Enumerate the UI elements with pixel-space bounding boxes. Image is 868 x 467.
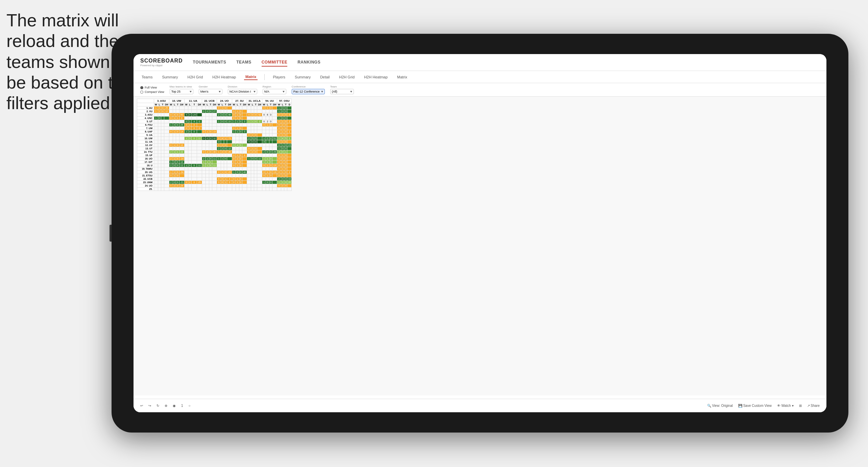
team-select[interactable]: (All) xyxy=(330,89,354,94)
row-team-label: 1. AU xyxy=(137,106,154,110)
matrix-cell xyxy=(164,188,169,191)
matrix-cell xyxy=(221,130,224,133)
sub-nav-players-h2h-grid[interactable]: H2H Grid xyxy=(338,74,356,80)
matrix-cell xyxy=(202,174,206,177)
matrix-cell: 2 xyxy=(184,130,188,133)
sub-nav-players-h2h-heatmap[interactable]: H2H Heatmap xyxy=(363,74,389,80)
matrix-cell xyxy=(272,133,277,137)
matrix-cell: 0 xyxy=(242,154,247,157)
matrix-cell xyxy=(154,164,158,167)
grid-btn[interactable]: ⊞ xyxy=(799,404,802,408)
matrix-cell xyxy=(197,117,202,120)
matrix-cell xyxy=(173,106,176,110)
matrix-cell: 0 xyxy=(232,113,236,117)
matrix-cell: 0 xyxy=(209,130,212,133)
matrix-cell: 1 xyxy=(287,137,292,140)
sub-nav-h2h-heatmap[interactable]: H2H Heatmap xyxy=(211,74,237,80)
matrix-cell xyxy=(161,174,164,177)
sub-nav-summary[interactable]: Summary xyxy=(161,74,179,80)
matrix-cell: 0 xyxy=(284,177,287,181)
matrix-cell xyxy=(197,133,202,137)
max-teams-select[interactable]: Top 25 Top 50 All xyxy=(170,89,193,94)
matrix-cell: 25 xyxy=(164,106,169,110)
compact-view-radio[interactable]: Compact View xyxy=(140,90,164,94)
matrix-cell xyxy=(169,133,173,137)
matrix-cell: 3 xyxy=(232,144,236,147)
sub-nav-players-matrix[interactable]: Matrix xyxy=(396,74,409,80)
watch-btn[interactable]: 👁 Watch ▾ xyxy=(777,404,794,408)
sub-nav-matrix[interactable]: Matrix xyxy=(244,74,258,80)
matrix-cell xyxy=(269,188,272,191)
matrix-cell xyxy=(272,144,277,147)
add-btn[interactable]: ⊕ xyxy=(165,404,167,408)
matrix-cell: 0 xyxy=(221,177,224,181)
division-select[interactable]: NCAA Division I NCAA Division II xyxy=(228,89,257,94)
matrix-cell: 0 xyxy=(277,174,281,177)
matrix-cell: 1 xyxy=(266,171,269,174)
matrix-cell: 0 xyxy=(217,171,221,174)
table-row: 1. AU12025010010100 xyxy=(137,106,292,110)
matrix-cell xyxy=(232,184,236,188)
focus-btn[interactable]: ◉ xyxy=(173,404,176,408)
undo-btn[interactable]: ↩ xyxy=(140,404,143,408)
redo-btn[interactable]: ↪ xyxy=(148,404,151,408)
region-select[interactable]: N/A xyxy=(263,89,286,94)
sub-nav-players[interactable]: Players xyxy=(271,74,287,80)
sub-nav-h2h-grid[interactable]: H2H Grid xyxy=(186,74,204,80)
matrix-cell: 0 xyxy=(221,120,224,123)
matrix-cell: 1 xyxy=(281,174,284,177)
matrix-cell xyxy=(254,161,257,164)
table-row: 3. ASU040905012020048010000520600200 xyxy=(137,113,292,117)
tablet-side-button[interactable] xyxy=(110,225,112,242)
matrix-cell: 1 xyxy=(173,130,176,133)
matrix-area[interactable]: 3. ASU 10. UW 11. UA 22. UCB 24. UO 27. … xyxy=(134,97,826,395)
page-btn[interactable]: 1 xyxy=(181,404,183,408)
matrix-cell xyxy=(227,144,232,147)
row-team-label: 14. TTU xyxy=(137,150,154,154)
matrix-cell xyxy=(197,113,202,117)
full-view-radio[interactable]: Full View xyxy=(140,86,164,89)
matrix-cell xyxy=(247,117,251,120)
matrix-cell: 0 xyxy=(173,161,176,164)
matrix-cell xyxy=(242,157,247,161)
matrix-cell: 0 xyxy=(269,171,272,174)
refresh-btn[interactable]: ↻ xyxy=(156,404,159,408)
matrix-cell: 0 xyxy=(184,127,188,130)
sub-h-w8: W xyxy=(262,103,266,106)
matrix-cell xyxy=(191,157,197,161)
col-header-ua: 11. UA xyxy=(184,99,202,103)
matrix-cell xyxy=(164,127,169,130)
matrix-cell: 0 xyxy=(251,140,254,144)
gender-select[interactable]: Men's Women's xyxy=(199,89,222,94)
nav-item-rankings[interactable]: RANKINGS xyxy=(297,58,320,67)
nav-item-tournaments[interactable]: TOURNAMENTS xyxy=(193,58,226,67)
matrix-cell: 1 xyxy=(173,117,176,120)
matrix-cell xyxy=(188,154,191,157)
matrix-cell: 6 xyxy=(266,113,269,117)
matrix-cell xyxy=(287,127,292,130)
sub-nav-players-summary[interactable]: Summary xyxy=(293,74,312,80)
share-btn[interactable]: ↗ Share xyxy=(807,404,820,408)
matrix-cell xyxy=(257,174,262,177)
matrix-cell: 4 xyxy=(191,120,197,123)
matrix-cell xyxy=(173,177,176,181)
matrix-cell xyxy=(266,154,269,157)
matrix-cell xyxy=(173,120,176,123)
nav-item-teams[interactable]: TEAMS xyxy=(236,58,251,67)
conference-select[interactable]: Pac-12 Conference (All) xyxy=(292,89,325,94)
matrix-cell: 0 xyxy=(239,164,242,167)
save-custom-btn[interactable]: 💾 Save Custom View xyxy=(738,404,772,408)
sub-nav-teams[interactable]: Teams xyxy=(140,74,154,80)
sub-h-l5: L xyxy=(221,103,224,106)
row-team-label: 25. xyxy=(137,188,154,191)
matrix-cell xyxy=(269,154,272,157)
matrix-cell xyxy=(209,171,212,174)
circle-btn[interactable]: ○ xyxy=(189,404,191,408)
matrix-cell: 0 xyxy=(202,150,206,154)
matrix-cell: 1 xyxy=(281,171,284,174)
nav-item-committee[interactable]: COMMITTEE xyxy=(262,58,288,67)
matrix-cell: 0 xyxy=(277,144,281,147)
sub-nav-detail[interactable]: Detail xyxy=(319,74,331,80)
row-team-label: 23. UNM xyxy=(137,181,154,184)
view-original-btn[interactable]: 🔍 View: Original xyxy=(707,404,733,408)
